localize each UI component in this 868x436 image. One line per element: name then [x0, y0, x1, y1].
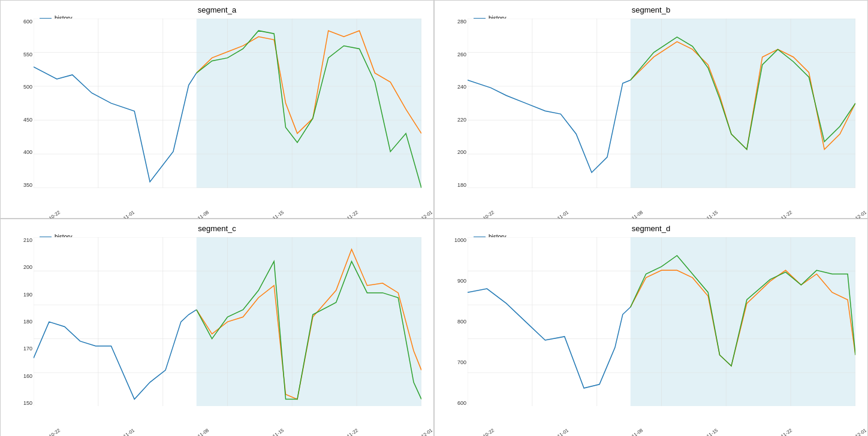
- chart-area-segment_b: [468, 19, 855, 188]
- chart-segment_d: segment_dhistorytestforecast100090080070…: [434, 219, 868, 436]
- chart-title-segment_d: segment_d: [435, 224, 867, 233]
- series-history-segment_b: [468, 80, 631, 172]
- y-labels-segment_a: 600550500450400350: [4, 19, 32, 188]
- chart-title-segment_b: segment_b: [435, 5, 867, 14]
- svg-rect-14: [631, 19, 855, 188]
- x-labels-segment_c: 2019-10-222019-11-012019-11-082019-11-15…: [34, 428, 430, 433]
- series-history-segment_d: [468, 289, 631, 388]
- svg-rect-0: [197, 19, 421, 188]
- chart-area-segment_a: [34, 19, 421, 188]
- chart-title-segment_a: segment_a: [1, 5, 433, 14]
- chart-area-segment_d: [468, 237, 855, 407]
- chart-segment_a: segment_ahistorytestforecast600550500450…: [0, 0, 434, 219]
- series-history-segment_c: [34, 310, 197, 399]
- svg-rect-28: [197, 237, 421, 407]
- svg-rect-42: [631, 237, 855, 407]
- x-labels-segment_a: 2019-10-222019-11-012019-11-082019-11-15…: [34, 210, 430, 215]
- series-history-segment_a: [34, 67, 197, 182]
- chart-area-segment_c: [34, 237, 421, 407]
- chart-segment_c: segment_chistorytestforecast210200190180…: [0, 219, 434, 436]
- main-grid: segment_ahistorytestforecast600550500450…: [0, 0, 868, 436]
- chart-title-segment_c: segment_c: [1, 224, 433, 233]
- x-labels-segment_b: 2019-10-222019-11-012019-11-082019-11-15…: [468, 210, 864, 215]
- x-labels-segment_d: 2019-10-222019-11-012019-11-082019-11-15…: [468, 428, 864, 433]
- y-labels-segment_b: 280260240220200180: [438, 19, 466, 188]
- chart-segment_b: segment_bhistorytestforecast280260240220…: [434, 0, 868, 219]
- y-labels-segment_d: 1000900800700600: [438, 237, 466, 407]
- y-labels-segment_c: 210200190180170160150: [4, 237, 32, 407]
